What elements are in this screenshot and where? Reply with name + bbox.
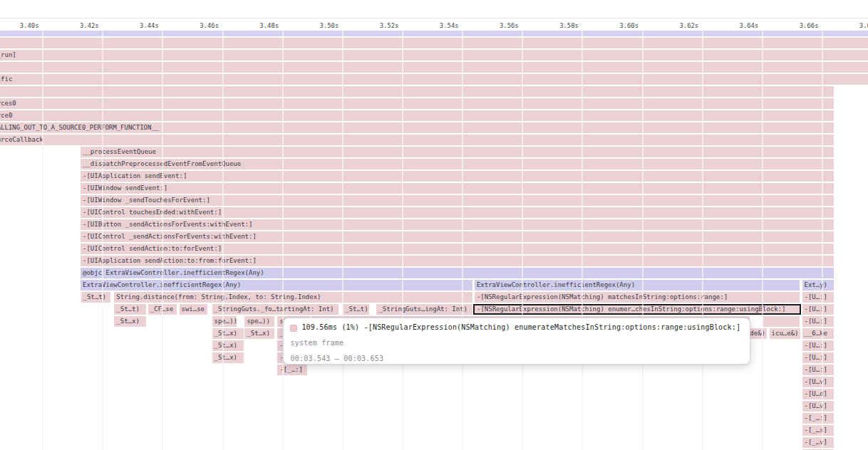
flame-box[interactable]: -[U…:] (802, 292, 834, 303)
flame-box[interactable]: _St…t) (114, 304, 145, 315)
flame-box[interactable] (763, 316, 800, 327)
flame-box-label: icu…e&) (770, 328, 799, 339)
flame-box-label: -[U…v] (802, 377, 828, 387)
flame-box-label: _StringGuts._fo…tartingAt: Int) (212, 304, 334, 315)
flame-box-label: -[U…d] (802, 389, 828, 399)
time-tick-label: 3.62s (679, 22, 698, 30)
flame-box[interactable]: ExtraViewController.inefficientRegex(Any… (475, 280, 800, 291)
flame-box[interactable]: -[UIApplication _run] (0, 50, 868, 61)
flame-box-label: __processEventQueue (81, 147, 156, 157)
gridline (762, 31, 763, 450)
flame-box[interactable]: _St…t) (343, 304, 369, 315)
flame-box[interactable]: __CFRunLoopDoSource0 (0, 110, 834, 121)
gridline (222, 31, 224, 450)
flame-box[interactable]: __CFRUNLOOP_IS_CALLING_OUT_TO_A_SOURCE0_… (0, 122, 834, 133)
tooltip-time-range: 00:03.543 — 00:03.653 (291, 352, 384, 366)
flame-box-label: -[UIApplication sendEvent:] (81, 171, 187, 182)
flame-box[interactable]: String.distance(from: String.Index, to: … (114, 292, 472, 303)
flame-box[interactable]: -[U…v] (802, 401, 834, 412)
flame-box[interactable]: _St…x) (244, 328, 274, 339)
flame-box[interactable]: @objc ExtraViewController.inefficientReg… (81, 268, 834, 278)
flame-box[interactable]: -[UIControl touchesEnded:withEvent:] (81, 207, 834, 218)
flame-box[interactable]: Ext…y) (802, 280, 834, 291)
flame-box[interactable]: spe…)) (212, 316, 237, 327)
flame-box[interactable]: -[UIApplication sendEvent:] (81, 171, 834, 182)
flame-box[interactable]: _St…x) (212, 328, 244, 339)
flame-box[interactable]: -[UIControl _sendActionsForEvents:withEv… (81, 231, 834, 242)
flame-box-label: -[U…:] (802, 304, 828, 315)
flame-box[interactable]: _St…x) (114, 316, 145, 327)
flame-box[interactable]: ExtraViewController.inefficientRegex(Any… (81, 280, 472, 291)
flame-box-label: swi…se (180, 304, 205, 315)
flame-box[interactable] (0, 38, 868, 48)
flame-box-label: _St…x) (212, 352, 238, 363)
flame-box[interactable]: swi…se (180, 304, 207, 315)
flame-box-label: -[U…:] (802, 316, 828, 327)
flame-box-label: _CF…se (148, 304, 174, 315)
flame-box[interactable]: __dispatchPreprocessedEventFromEventQueu… (81, 159, 834, 169)
flame-box[interactable]: -[_…:] (802, 413, 834, 424)
flame-box[interactable]: _St…t) (81, 292, 111, 303)
flame-box[interactable]: -[U…d] (802, 389, 834, 399)
gridline (462, 31, 463, 450)
gridline (702, 31, 703, 450)
flame-box[interactable]: __processEventQueue (81, 147, 834, 157)
ruler-separator (0, 18, 868, 19)
flame-box-label: _St…t) (343, 304, 368, 315)
flame-box-label: _St…x) (212, 340, 238, 351)
flame-box[interactable]: -[U…:] (802, 304, 834, 315)
flame-box[interactable]: -[_…v] (802, 437, 834, 448)
flame-box-label: __dispatchPreprocessedEventFromEventQueu… (81, 159, 241, 169)
flame-box-label: _St…t) (114, 304, 140, 315)
time-ruler[interactable]: 3.40s3.42s3.44s3.46s3.48s3.50s3.52s3.54s… (0, 0, 868, 31)
flame-box-label: __eventFetcherSourceCallback (0, 135, 43, 145)
flame-box[interactable]: icu…e&) (770, 328, 800, 339)
gridline (102, 31, 103, 450)
flame-box[interactable]: -[UIApplication sendAction:to:from:forEv… (81, 256, 834, 266)
gridline (522, 31, 523, 450)
flame-box[interactable]: -[_…s] (802, 425, 834, 436)
gridline (342, 31, 343, 450)
flame-box[interactable]: -[NSRegularExpression(NSMatching) matche… (475, 292, 800, 303)
flame-box[interactable]: -[UIWindow sendEvent:] (81, 183, 834, 194)
gridline (42, 31, 43, 450)
tooltip-duration-and-symbol: 109.56ms (1%) -[NSRegularExpression(NSMa… (301, 320, 740, 335)
gridline (822, 31, 823, 450)
flame-box-label: spe…)) (244, 316, 270, 327)
flame-box[interactable]: -[U…:] (802, 316, 834, 327)
flame-box[interactable]: __6…ke (802, 328, 834, 339)
flame-box[interactable]: -[U…:] (802, 340, 834, 351)
flame-box-label: _StringGuts…ingAt: Int) (376, 304, 467, 315)
flame-box[interactable] (0, 62, 868, 73)
flame-box-label: -[U…v] (802, 401, 828, 412)
flame-box[interactable]: spe…)) (244, 316, 274, 327)
flame-box[interactable]: CFRunLoopRunSpecific (0, 74, 868, 85)
flame-box[interactable]: -[UIButton _sendActionsForEvents:withEve… (81, 219, 834, 230)
flame-box-label: spe…)) (212, 316, 237, 327)
flame-box-label: -[UIWindow sendEvent:] (81, 183, 167, 194)
flame-box[interactable]: _StringGuts._fo…tartingAt: Int) (212, 304, 339, 315)
tooltip-frame-kind: system frame (291, 336, 344, 350)
flame-box-label: -[U…:] (802, 292, 828, 303)
flame-box-label: -[_…v] (802, 437, 828, 448)
flame-box[interactable]: _St…x) (212, 352, 244, 363)
flame-box[interactable]: __eventFetcherSourceCallback (0, 135, 834, 145)
flame-box[interactable]: -[UIWindow _sendTouchesForEvent:] (81, 195, 834, 206)
gridline (582, 31, 583, 450)
time-tick-label: 3.44s (140, 22, 159, 30)
flame-box[interactable]: -[U…:] (802, 352, 834, 363)
flame-box[interactable]: _StringGuts…ingAt: Int) (376, 304, 472, 315)
time-tick-label: 3.42s (80, 22, 99, 30)
thread-activity-band[interactable] (0, 31, 868, 36)
time-tick-label: 3.66s (800, 22, 819, 30)
flame-box[interactable]: -[U…:] (802, 365, 834, 375)
flame-box[interactable] (0, 86, 834, 97)
time-tick-label: 3.52s (380, 22, 399, 30)
flame-box-label: ExtraViewController.inefficientRegex(Any… (81, 280, 241, 291)
flame-box[interactable]: -[UIControl sendAction:to:forEvent:] (81, 244, 834, 254)
time-tick-label: 3.56s (500, 22, 519, 30)
flame-box-label: CFRunLoopRunSpecific (0, 74, 12, 85)
flame-box[interactable]: -[U…v] (802, 377, 834, 387)
flame-box[interactable]: _St…x) (212, 340, 244, 351)
flame-box[interactable]: __CFRunLoopDoSources0 (0, 98, 834, 109)
